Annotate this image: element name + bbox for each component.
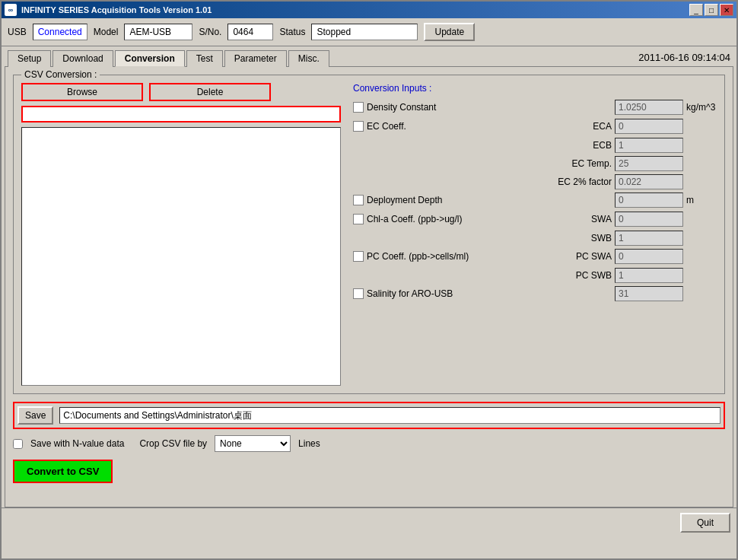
- delete-button[interactable]: Delete: [149, 83, 271, 101]
- minimize-button[interactable]: _: [689, 4, 703, 16]
- status-label: Status: [279, 27, 305, 37]
- ec-2pct-label: EC 2% factor: [551, 177, 612, 187]
- ecb-input[interactable]: [615, 138, 683, 153]
- n-value-label: Save with N-value data: [30, 438, 124, 449]
- csv-conversion-group: CSV Conversion : Browse Delete Conversio…: [13, 75, 725, 394]
- csv-conversion-label: CSV Conversion :: [21, 69, 100, 80]
- pc-swa-label: PC SWA: [566, 251, 612, 262]
- tab-test[interactable]: Test: [186, 50, 223, 67]
- usb-label: USB: [8, 27, 27, 37]
- tab-setup[interactable]: Setup: [8, 50, 51, 67]
- save-bar: Save: [13, 402, 725, 429]
- swa-label: SWA: [566, 214, 612, 224]
- save-path-input[interactable]: [59, 407, 721, 424]
- ec-coeff-label: EC Coeff.: [367, 121, 563, 132]
- tabs-area: Setup Download Conversion Test Parameter…: [2, 46, 736, 66]
- tab-parameter[interactable]: Parameter: [224, 50, 287, 67]
- title-bar: ∞ INFINITY SERIES Acquisition Tools Vers…: [2, 2, 736, 18]
- ec-temp-input[interactable]: [615, 156, 683, 171]
- tab-misc[interactable]: Misc.: [288, 50, 329, 67]
- usb-value: Connected: [33, 24, 87, 40]
- ec-coeff-row: EC Coeff. ECA: [353, 119, 717, 134]
- status-bar: USB Connected Model AEM-USB S/No. 0464 S…: [2, 18, 736, 46]
- pc-coeff-label: PC Coeff. (ppb->cells/ml): [367, 251, 563, 262]
- pc-swb-input[interactable]: [615, 268, 683, 283]
- density-constant-label: Density Constant: [367, 102, 612, 113]
- swa-input[interactable]: [615, 212, 683, 227]
- sno-value: 0464: [227, 24, 273, 40]
- deployment-depth-checkbox[interactable]: [353, 195, 364, 205]
- browse-delete-row: Browse Delete: [21, 83, 341, 101]
- pc-swb-label: PC SWB: [566, 270, 612, 281]
- salinity-checkbox[interactable]: [353, 288, 364, 299]
- crop-label: Crop CSV file by: [139, 438, 207, 449]
- tab-download[interactable]: Download: [52, 50, 113, 67]
- ecb-row: ECB: [353, 138, 717, 153]
- chl-a-label: Chl-a Coeff. (ppb->ug/l): [367, 214, 563, 224]
- maximize-button[interactable]: □: [705, 4, 718, 16]
- salinity-row: Salinity for ARO-USB: [353, 286, 717, 301]
- swb-input[interactable]: [615, 231, 683, 246]
- deployment-depth-label: Deployment Depth: [367, 195, 612, 205]
- browse-button[interactable]: Browse: [21, 83, 143, 101]
- csv-conversion-area: Browse Delete Conversion Inputs : Densit…: [21, 83, 717, 386]
- tab-content: CSV Conversion : Browse Delete Conversio…: [5, 66, 733, 508]
- title-bar-left: ∞ INFINITY SERIES Acquisition Tools Vers…: [5, 4, 212, 16]
- ecb-label: ECB: [566, 140, 612, 151]
- deployment-depth-row: Deployment Depth m: [353, 192, 717, 208]
- pc-swa-input[interactable]: [615, 249, 683, 264]
- convert-to-csv-button[interactable]: Convert to CSV: [13, 460, 113, 483]
- lines-label: Lines: [298, 438, 320, 449]
- pc-swb-row: PC SWB: [353, 268, 717, 283]
- pc-coeff-row: PC Coeff. (ppb->cells/ml) PC SWA: [353, 249, 717, 264]
- file-input-field[interactable]: [21, 106, 341, 123]
- ec-temp-label: EC Temp.: [566, 158, 612, 169]
- app-icon: ∞: [5, 4, 17, 16]
- tab-conversion[interactable]: Conversion: [115, 50, 185, 67]
- datetime-display: 2011-06-16 09:14:04: [638, 52, 730, 66]
- app-title: INFINITY SERIES Acquisition Tools Versio…: [21, 5, 212, 14]
- model-value: AEM-USB: [124, 24, 192, 40]
- conversion-inputs-label: Conversion Inputs :: [353, 83, 717, 94]
- eca-label: ECA: [566, 121, 612, 132]
- update-button[interactable]: Update: [424, 23, 475, 41]
- title-bar-buttons[interactable]: _ □ ✕: [689, 4, 733, 16]
- deployment-depth-unit: m: [686, 195, 717, 205]
- ec-2pct-row: EC 2% factor: [353, 174, 717, 189]
- n-value-checkbox[interactable]: [13, 439, 23, 449]
- salinity-label: Salinity for ARO-USB: [367, 288, 612, 299]
- save-button[interactable]: Save: [17, 406, 53, 425]
- pc-coeff-checkbox[interactable]: [353, 251, 364, 262]
- file-list-area[interactable]: [21, 127, 341, 386]
- swb-label: SWB: [566, 233, 612, 243]
- status-value: Stopped: [311, 24, 418, 40]
- sno-label: S/No.: [199, 27, 221, 37]
- chl-a-checkbox[interactable]: [353, 214, 364, 224]
- ec-coeff-checkbox[interactable]: [353, 121, 364, 132]
- crop-select[interactable]: None: [215, 435, 291, 452]
- right-panel: Conversion Inputs : Density Constant kg/…: [353, 83, 717, 386]
- tabs: Setup Download Conversion Test Parameter…: [8, 49, 329, 66]
- ec-2pct-input[interactable]: [615, 174, 683, 189]
- ec-temp-row: EC Temp.: [353, 156, 717, 171]
- quit-area: Quit: [2, 508, 736, 537]
- salinity-input[interactable]: [615, 286, 683, 301]
- eca-input[interactable]: [615, 119, 683, 134]
- density-constant-checkbox[interactable]: [353, 102, 364, 113]
- model-label: Model: [94, 27, 119, 37]
- chl-a-row: Chl-a Coeff. (ppb->ug/l) SWA: [353, 212, 717, 227]
- close-button[interactable]: ✕: [720, 4, 733, 16]
- density-constant-row: Density Constant kg/m^3: [353, 100, 717, 115]
- deployment-depth-input[interactable]: [615, 192, 683, 208]
- density-constant-input[interactable]: [615, 100, 683, 115]
- quit-button[interactable]: Quit: [680, 513, 730, 533]
- density-constant-unit: kg/m^3: [686, 102, 717, 113]
- bottom-options: Save with N-value data Crop CSV file by …: [13, 435, 725, 452]
- left-panel: Browse Delete: [21, 83, 341, 386]
- swb-row: SWB: [353, 231, 717, 246]
